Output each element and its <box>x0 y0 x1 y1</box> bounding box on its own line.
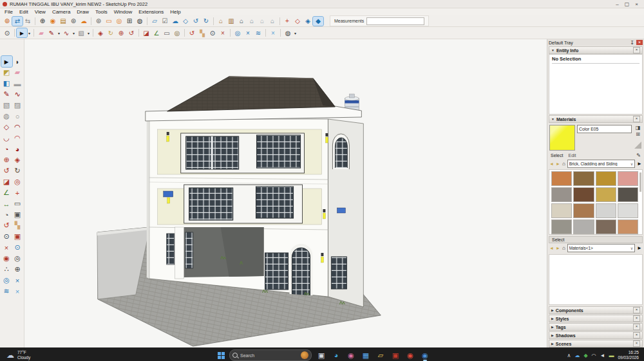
collection-dropdown[interactable]: Brick, Cladding and Siding ∨ <box>567 160 635 168</box>
swatch-scrollbar[interactable] <box>639 172 641 192</box>
account-menu-icon[interactable]: ◍ <box>283 28 293 37</box>
material-name-input[interactable]: Color E05 <box>577 125 632 133</box>
swatch-dark-brick[interactable] <box>573 187 594 202</box>
minimize-button[interactable]: – <box>612 1 622 7</box>
refresh-icon[interactable]: ↻ <box>201 17 211 26</box>
rectangle-caret-icon[interactable]: ▾ <box>86 28 91 37</box>
onedrive-icon[interactable]: ☁ <box>574 353 580 358</box>
axes-tool-icon[interactable]: + <box>12 187 23 198</box>
close-button[interactable]: × <box>632 1 641 7</box>
polygon-icon[interactable]: ◇ <box>1 122 12 133</box>
chevron-up-icon[interactable]: ∧ <box>567 353 571 358</box>
panel-shadows[interactable]: ▶ Shadows × <box>549 331 643 339</box>
swap-arrows-icon[interactable]: ⇄ <box>12 17 23 26</box>
section-plane-icon[interactable]: ◎ <box>1 275 12 286</box>
cloud-download-icon[interactable]: ☁ <box>170 17 180 26</box>
walk-icon[interactable]: ∴ <box>1 264 12 275</box>
face-wireframe-icon[interactable]: ◇ <box>292 17 303 26</box>
text-label-icon[interactable]: ▭ <box>162 28 172 37</box>
extension-gear-icon[interactable]: ⊛ <box>2 17 12 26</box>
tab-select[interactable]: Select <box>551 153 563 158</box>
model-info-icon[interactable]: ⊛ <box>68 17 79 26</box>
details-arrow-icon[interactable]: ► <box>637 161 642 167</box>
two-point-arc-icon[interactable]: ◡ <box>1 133 12 143</box>
panel-tags[interactable]: ▶ Tags × <box>549 323 643 331</box>
swatch-gray-pavers[interactable] <box>551 219 572 234</box>
freehand-icon[interactable]: ∿ <box>61 28 71 37</box>
zoom-extents-icon[interactable]: × <box>1 242 12 253</box>
pushpull-icon[interactable]: ◈ <box>12 154 23 165</box>
swatch-walnut-brick[interactable] <box>596 219 616 234</box>
previous-zoom-icon[interactable]: ⊙ <box>12 242 23 253</box>
sketchup-app-icon[interactable]: ◉ <box>420 349 430 361</box>
chrome-icon[interactable]: ◉ <box>405 349 415 361</box>
face-textured-icon[interactable]: ◆ <box>313 17 323 26</box>
open-folder-icon[interactable]: ▱ <box>149 17 160 26</box>
checkbox-icon[interactable]: ☑ <box>160 17 170 26</box>
panel-close-button[interactable]: × <box>633 332 640 338</box>
sector-icon[interactable]: ◕ <box>12 143 23 154</box>
pin-icon[interactable]: ↧ <box>630 40 634 46</box>
swatch-light-gray-panel[interactable] <box>596 203 616 218</box>
tab-edit[interactable]: Edit <box>568 153 576 158</box>
store-icon[interactable]: ▦ <box>361 349 371 361</box>
panel-styles[interactable]: ▶ Styles × <box>549 315 643 322</box>
eyedropper-icon[interactable]: ✎ <box>636 153 641 158</box>
rotated-rectangle-icon[interactable]: ▨ <box>12 100 23 111</box>
swatch-pink-stucco[interactable] <box>618 171 638 186</box>
text-label-icon[interactable]: ▭ <box>12 198 23 209</box>
menu-window[interactable]: Window <box>111 9 135 15</box>
back-arrow-icon[interactable]: ◄ <box>549 162 554 166</box>
display-pane-icon[interactable]: ◨ <box>636 125 641 131</box>
followme-icon[interactable]: ↻ <box>12 165 23 176</box>
home-icon[interactable]: ⌂ <box>562 161 565 167</box>
measurements-input[interactable] <box>366 17 424 25</box>
line-icon[interactable]: ✎ <box>1 89 12 100</box>
panel-close-button[interactable]: × <box>633 340 640 347</box>
scale-icon[interactable]: ◪ <box>1 176 12 187</box>
cloud-box-icon[interactable]: ◇ <box>180 17 191 26</box>
binoculars-icon[interactable]: ◎ <box>172 28 182 37</box>
orbit-icon[interactable]: ↺ <box>1 220 12 231</box>
component-book-icon[interactable]: ▥ <box>226 17 236 26</box>
swatch-cream-siding[interactable] <box>551 203 572 218</box>
geo-model-icon[interactable]: ◉ <box>48 17 58 26</box>
zoom-window-icon[interactable]: ▣ <box>12 231 23 242</box>
eraser-icon[interactable]: ▰ <box>12 67 23 78</box>
swatch-gold-stucco[interactable] <box>596 171 616 186</box>
layers-stack-icon[interactable]: ≋ <box>1 286 12 297</box>
account-icon[interactable]: ◍ <box>135 17 145 26</box>
send-to-layout-icon[interactable]: ⇆ <box>23 17 33 26</box>
menu-draw[interactable]: Draw <box>73 9 92 15</box>
house-flat-icon[interactable]: ⌂ <box>267 17 278 26</box>
forward-arrow-icon[interactable]: ► <box>556 246 560 250</box>
pencil-icon[interactable]: ✎ <box>46 28 57 37</box>
menu-help[interactable]: Help <box>167 9 184 15</box>
weather-widget[interactable]: ☁ 77°F Cloudy <box>0 350 30 360</box>
layers-stack-icon[interactable]: ≋ <box>253 28 263 37</box>
followme-icon[interactable]: ↻ <box>106 28 116 37</box>
add-location-icon[interactable]: ⊕ <box>37 17 48 26</box>
tape-measure-icon[interactable]: ∠ <box>1 187 12 198</box>
maximize-button[interactable]: ▢ <box>622 1 632 7</box>
tape-measure-icon[interactable]: ∠ <box>151 28 162 37</box>
styles-book-icon[interactable]: ▤ <box>58 17 68 26</box>
swatch-gray-stone[interactable] <box>551 187 572 202</box>
menu-file[interactable]: File <box>1 9 16 15</box>
ellipse-icon[interactable]: ○ <box>12 111 23 122</box>
freehand-icon[interactable]: ∿ <box>12 89 23 100</box>
taskbar-clock[interactable]: 16:25 09/03/2026 <box>618 350 639 361</box>
entity-info-close-button[interactable]: × <box>633 47 640 53</box>
textured-house-icon[interactable]: ⌂ <box>216 17 226 26</box>
swatch-orange-siding[interactable] <box>551 171 572 186</box>
swatch-speckled-brown[interactable] <box>573 171 594 186</box>
lasso-select-icon[interactable]: ◗ <box>12 56 23 67</box>
rectangle-icon[interactable]: ▧ <box>76 28 86 37</box>
soft-eraser-icon[interactable]: ▬ <box>12 78 23 89</box>
start-button[interactable] <box>218 352 225 359</box>
house-solid-icon[interactable]: ⌂ <box>236 17 247 26</box>
cloud-sync-icon[interactable]: ↺ <box>191 17 201 26</box>
zoom-extents-icon[interactable]: × <box>218 28 228 37</box>
swatch-tan-brick[interactable] <box>596 187 616 202</box>
look-around-icon[interactable]: ◎ <box>12 253 23 264</box>
